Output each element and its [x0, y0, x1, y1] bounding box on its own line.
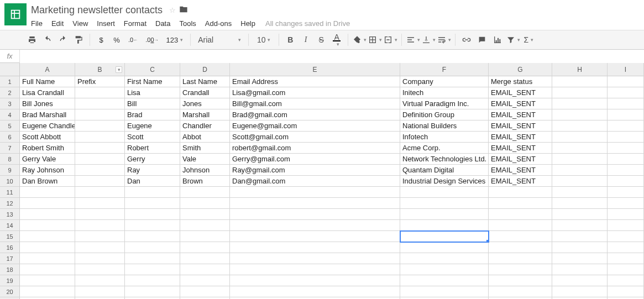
row-header[interactable]: 18 [0, 264, 20, 275]
formula-input[interactable] [20, 50, 644, 63]
cell[interactable] [20, 286, 75, 297]
cell[interactable] [400, 187, 489, 198]
cell[interactable] [489, 187, 552, 198]
cell[interactable] [489, 242, 552, 253]
row-header[interactable]: 7 [0, 143, 20, 154]
cell[interactable] [552, 231, 608, 242]
cell[interactable]: EMAIL_SENT [489, 165, 552, 176]
cell[interactable] [20, 231, 75, 242]
row-header[interactable]: 12 [0, 198, 20, 209]
cell[interactable] [552, 253, 608, 264]
cell[interactable] [608, 264, 644, 275]
row-header[interactable]: 17 [0, 253, 20, 264]
cell[interactable]: Email Address [230, 76, 400, 87]
cell[interactable] [75, 87, 125, 98]
undo-button[interactable] [40, 33, 55, 47]
cell[interactable] [75, 220, 125, 231]
cell[interactable] [608, 231, 644, 242]
cell[interactable] [552, 275, 608, 286]
print-button[interactable] [25, 33, 39, 47]
cell[interactable] [125, 231, 180, 242]
cell[interactable] [608, 209, 644, 220]
cell[interactable]: First Name [125, 76, 180, 87]
cell[interactable] [552, 76, 608, 87]
cell[interactable]: Smith [180, 143, 230, 154]
cell[interactable]: Merge status [489, 76, 552, 87]
cell[interactable] [20, 198, 75, 209]
vertical-align-button[interactable] [421, 33, 436, 47]
percent-button[interactable]: % [109, 33, 124, 47]
menu-view[interactable]: View [68, 17, 92, 30]
cell[interactable] [125, 242, 180, 253]
cell[interactable] [608, 253, 644, 264]
menu-tools[interactable]: Tools [175, 17, 200, 30]
cell[interactable]: Ray Johnson [20, 165, 75, 176]
italic-button[interactable]: I [299, 33, 313, 47]
cell[interactable] [552, 98, 608, 109]
row-header[interactable]: 1 [0, 76, 20, 87]
cell[interactable] [552, 109, 608, 120]
cell[interactable] [125, 198, 180, 209]
row-header[interactable]: 6 [0, 132, 20, 143]
cell[interactable]: Johnson [180, 165, 230, 176]
menu-format[interactable]: Format [119, 17, 151, 30]
cell[interactable] [180, 220, 230, 231]
cell[interactable] [75, 187, 125, 198]
cell[interactable]: Company [400, 76, 489, 87]
cell[interactable] [125, 275, 180, 286]
cell[interactable]: EMAIL_SENT [489, 98, 552, 109]
column-header-H[interactable]: H [552, 63, 608, 76]
cell[interactable] [608, 165, 644, 176]
cell[interactable] [489, 275, 552, 286]
cell[interactable] [552, 187, 608, 198]
cell[interactable] [230, 286, 400, 297]
cell[interactable]: Brad Marshall [20, 109, 75, 120]
row-header[interactable]: 13 [0, 209, 20, 220]
cell[interactable] [608, 154, 644, 165]
cell[interactable] [230, 253, 400, 264]
cell[interactable]: Brad@gmail.com [230, 109, 400, 120]
cell[interactable] [180, 187, 230, 198]
cell[interactable]: Bill Jones [20, 98, 75, 109]
cell[interactable] [608, 176, 644, 187]
row-header[interactable]: 15 [0, 231, 20, 242]
menu-data[interactable]: Data [151, 17, 175, 30]
cell[interactable] [400, 209, 489, 220]
cell[interactable] [230, 242, 400, 253]
cell[interactable] [180, 231, 230, 242]
cell[interactable] [608, 87, 644, 98]
cell[interactable]: Scott@gmail.com [230, 132, 400, 143]
cell[interactable] [552, 264, 608, 275]
row-header[interactable]: 8 [0, 154, 20, 165]
cell[interactable] [75, 242, 125, 253]
cell[interactable] [489, 264, 552, 275]
cell[interactable] [608, 275, 644, 286]
cell[interactable] [230, 264, 400, 275]
cell[interactable] [20, 275, 75, 286]
font-size-dropdown[interactable]: 10 [253, 33, 275, 47]
column-header-E[interactable]: E [230, 63, 400, 76]
cell[interactable]: Infotech [400, 132, 489, 143]
cell[interactable] [552, 176, 608, 187]
redo-button[interactable] [56, 33, 70, 47]
cell[interactable]: National Builders [400, 120, 489, 132]
cell[interactable] [20, 242, 75, 253]
cell[interactable] [552, 87, 608, 98]
cell[interactable] [552, 198, 608, 209]
cell[interactable] [180, 209, 230, 220]
cell[interactable] [608, 98, 644, 109]
cell[interactable] [552, 132, 608, 143]
strikethrough-button[interactable]: S [314, 33, 328, 47]
cell[interactable]: Brown [180, 176, 230, 187]
cell[interactable] [400, 220, 489, 231]
cell[interactable]: Chandler [180, 120, 230, 132]
cell[interactable]: Lisa [125, 87, 180, 98]
menu-insert[interactable]: Insert [92, 17, 119, 30]
cell[interactable] [125, 253, 180, 264]
cell[interactable] [125, 286, 180, 297]
column-header-B[interactable]: B▾ [75, 63, 125, 76]
cell[interactable]: Jones [180, 98, 230, 109]
cell[interactable] [230, 187, 400, 198]
cell[interactable] [20, 264, 75, 275]
cell[interactable] [75, 275, 125, 286]
